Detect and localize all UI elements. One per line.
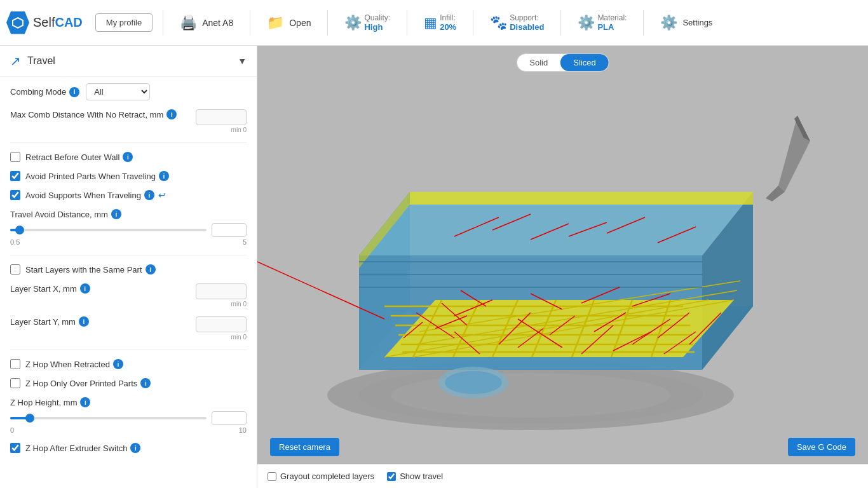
retract-outer-info[interactable]: i	[123, 152, 133, 162]
z-hop-height-track[interactable]	[10, 417, 207, 419]
travel-avoid-label: Travel Avoid Distance, mm	[10, 210, 108, 219]
combing-mode-select[interactable]: All Not in Skin Not in Infill Off	[86, 83, 150, 100]
start-layers-checkbox[interactable]	[10, 264, 20, 274]
divider-2	[10, 255, 247, 255]
travel-avoid-input[interactable]: 0.63	[212, 223, 247, 237]
z-hop-retracted-label[interactable]: Z Hop When Retracted	[25, 360, 110, 369]
travel-avoid-info[interactable]: i	[111, 209, 121, 219]
header-separator-4	[407, 10, 407, 36]
z-hop-height-thumb[interactable]	[25, 414, 34, 423]
z-hop-extruder-info[interactable]: i	[130, 443, 140, 453]
avoid-printed-info[interactable]: i	[159, 171, 169, 181]
panel-title: Travel	[27, 55, 238, 67]
grayout-label[interactable]: Grayout completed layers	[280, 471, 374, 481]
z-hop-height-section: Z Hop Height, mm i 1 0 10	[10, 397, 247, 434]
material-icon: ⚙️	[578, 15, 595, 31]
svg-point-3	[391, 373, 670, 417]
quality-value: High	[364, 22, 390, 32]
z-hop-extruder-row: Z Hop After Extruder Switch i	[10, 443, 247, 453]
svg-marker-62	[778, 116, 810, 192]
avoid-supports-info[interactable]: i	[144, 190, 154, 200]
reset-camera-button[interactable]: Reset camera	[270, 438, 339, 456]
quality-title: Quality:	[364, 13, 390, 22]
layer-start-y-input[interactable]: 0	[196, 316, 247, 332]
model-svg	[276, 65, 848, 446]
avoid-supports-undo[interactable]: ↩	[158, 190, 166, 200]
material-group[interactable]: ⚙️ Material: PLA	[571, 11, 633, 34]
logo: SelfCAD	[6, 11, 83, 34]
header-separator-7	[643, 10, 644, 36]
support-icon: 🐾	[490, 15, 507, 31]
z-hop-height-min: 0	[10, 426, 14, 434]
logo-text: SelfCAD	[33, 15, 83, 30]
layer-start-x-info[interactable]: i	[80, 283, 90, 294]
start-layers-label[interactable]: Start Layers with the Same Part	[25, 265, 142, 274]
z-hop-extruder-label[interactable]: Z Hop After Extruder Switch	[25, 444, 127, 453]
header-separator-1	[163, 10, 163, 36]
max-comb-label: Max Comb Distance With No Retract, mm	[10, 110, 163, 119]
retract-outer-label[interactable]: Retract Before Outer Wall	[25, 152, 119, 162]
logo-icon	[6, 11, 29, 34]
divider-3	[10, 349, 247, 350]
z-hop-height-info[interactable]: i	[80, 397, 90, 407]
left-panel: ↗ Travel ▼ Combing Mode i All Not in Ski…	[0, 46, 257, 488]
show-travel-checkbox[interactable]	[387, 472, 396, 481]
layer-start-x-row: Layer Start X, mm i 0 min 0	[10, 283, 247, 308]
show-travel-check-group: Show travel	[387, 471, 443, 481]
avoid-printed-row: Avoid Printed Parts When Traveling i	[10, 171, 247, 181]
retract-outer-checkbox[interactable]	[10, 152, 20, 162]
travel-avoid-thumb[interactable]	[15, 226, 24, 234]
solid-toggle[interactable]: Solid	[517, 54, 560, 71]
save-gcode-button[interactable]: Save G Code	[788, 438, 855, 456]
printer-button[interactable]: 🖨️ Anet A8	[173, 12, 240, 34]
z-hop-over-info[interactable]: i	[140, 378, 151, 388]
z-hop-height-label: Z Hop Height, mm	[10, 398, 77, 407]
printer-label: Anet A8	[202, 18, 233, 28]
travel-avoid-min: 0.5	[10, 238, 20, 246]
header-separator-6	[560, 10, 561, 36]
quality-group[interactable]: ⚙️ Quality: High	[338, 11, 397, 34]
material-value: PLA	[597, 22, 627, 32]
z-hop-retracted-checkbox[interactable]	[10, 359, 20, 369]
panel-collapse-arrow[interactable]: ▼	[238, 56, 247, 66]
main-layout: ↗ Travel ▼ Combing Mode i All Not in Ski…	[0, 46, 868, 488]
support-group[interactable]: 🐾 Support: Disabled	[484, 11, 550, 34]
combing-mode-info[interactable]: i	[69, 87, 79, 97]
start-layers-info[interactable]: i	[146, 264, 156, 274]
max-comb-info[interactable]: i	[166, 109, 177, 119]
grayout-check-group: Grayout completed layers	[268, 471, 374, 481]
z-hop-retracted-info[interactable]: i	[113, 359, 123, 369]
avoid-supports-checkbox[interactable]	[10, 190, 20, 200]
avoid-supports-label[interactable]: Avoid Supports When Traveling	[25, 191, 141, 200]
sliced-toggle[interactable]: Sliced	[560, 54, 608, 71]
z-hop-extruder-checkbox[interactable]	[10, 443, 20, 453]
travel-avoid-section: Travel Avoid Distance, mm i 0.63 0.5 5	[10, 209, 247, 246]
avoid-printed-label[interactable]: Avoid Printed Parts When Traveling	[25, 172, 156, 181]
divider-1	[10, 142, 247, 143]
max-comb-hint: min 0	[231, 126, 247, 133]
folder-icon: 📁	[267, 15, 284, 31]
grayout-checkbox[interactable]	[268, 472, 276, 481]
z-hop-height-input[interactable]: 1	[212, 411, 247, 425]
model-area	[257, 46, 868, 463]
header-separator-3	[327, 10, 328, 36]
bottom-bar: Grayout completed layers Show travel	[257, 464, 868, 488]
layer-start-x-input[interactable]: 0	[196, 283, 247, 299]
open-label: Open	[289, 18, 311, 28]
travel-icon: ↗	[10, 53, 21, 69]
open-button[interactable]: 📁 Open	[261, 12, 317, 34]
z-hop-over-checkbox[interactable]	[10, 378, 20, 388]
max-comb-input[interactable]: 0	[196, 109, 247, 125]
show-travel-label[interactable]: Show travel	[400, 471, 443, 481]
settings-button[interactable]: ⚙️ Settings	[654, 12, 719, 34]
travel-avoid-track[interactable]	[10, 229, 207, 231]
settings-label: Settings	[682, 18, 712, 27]
profile-button[interactable]: My profile	[95, 13, 153, 32]
infill-group[interactable]: ▦ Infill: 20%	[417, 11, 463, 34]
layer-start-y-info[interactable]: i	[79, 316, 89, 327]
z-hop-over-row: Z Hop Only Over Printed Parts i	[10, 378, 247, 388]
z-hop-over-label[interactable]: Z Hop Only Over Printed Parts	[25, 379, 137, 388]
settings-icon: ⚙️	[660, 15, 677, 31]
header-separator-2	[250, 10, 250, 36]
avoid-printed-checkbox[interactable]	[10, 171, 20, 181]
